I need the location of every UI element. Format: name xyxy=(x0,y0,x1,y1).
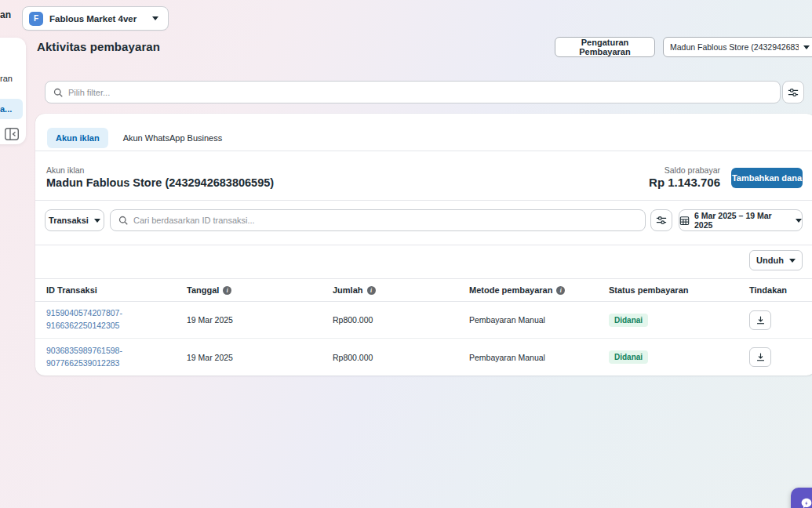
search-icon xyxy=(118,216,128,225)
download-receipt-button[interactable] xyxy=(749,347,771,367)
sliders-icon xyxy=(656,215,667,226)
transaction-id-link[interactable]: 9077662539012283 xyxy=(46,357,187,370)
billing-activity-screen: an F Fablous Market 4ver ran a... Aktivi… xyxy=(0,0,812,508)
transaction-action-cell xyxy=(749,310,812,330)
transaction-action-cell xyxy=(749,347,812,367)
account-selector-value: Madun Fablous Store (2432942683806... xyxy=(670,42,799,52)
download-button[interactable]: Unduh xyxy=(749,250,803,270)
toolbar-divider xyxy=(35,245,812,245)
column-header-method-label: Metode pembayaran xyxy=(469,285,552,295)
status-badge: Didanai xyxy=(609,350,648,364)
chevron-down-icon xyxy=(152,16,158,20)
transaction-status-cell: Didanai xyxy=(609,314,749,327)
info-icon[interactable]: i xyxy=(556,286,565,295)
transaction-id-cell: 9159040574207807- 9166362250142305 xyxy=(46,307,187,332)
transaction-amount-cell: Rp800.000 xyxy=(333,315,469,325)
filter-search-box[interactable] xyxy=(45,81,781,103)
account-selector-dropdown[interactable]: Madun Fablous Store (2432942683806... xyxy=(663,37,812,57)
table-row: 9159040574207807- 9166362250142305 19 Ma… xyxy=(35,302,812,339)
filter-adjustments-button[interactable] xyxy=(782,81,804,103)
download-icon xyxy=(756,352,766,362)
chat-bubble-icon xyxy=(799,496,812,508)
date-range-picker[interactable]: 6 Mar 2025 – 19 Mar 2025 xyxy=(679,209,803,231)
transaction-date-cell: 19 Mar 2025 xyxy=(187,353,333,362)
sliders-icon xyxy=(788,87,799,98)
left-sidebar: ran a... xyxy=(0,38,26,144)
column-header-amount-label: Jumlah xyxy=(333,285,363,295)
payment-activity-card: Akun iklan Akun WhatsApp Business Akun i… xyxy=(35,114,812,376)
tab-akun-whatsapp-business[interactable]: Akun WhatsApp Business xyxy=(123,128,223,148)
column-header-date: Tanggal i xyxy=(187,285,333,295)
column-header-id-label: ID Transaksi xyxy=(46,285,97,295)
info-icon[interactable]: i xyxy=(367,286,376,295)
status-badge: Didanai xyxy=(609,314,648,327)
download-receipt-button[interactable] xyxy=(749,310,771,330)
chevron-down-icon xyxy=(789,259,796,263)
calendar-icon xyxy=(679,216,690,226)
info-icon[interactable]: i xyxy=(223,286,231,295)
payment-settings-button[interactable]: Pengaturan Pembayaran xyxy=(555,37,655,57)
column-header-action-label: Tindakan xyxy=(749,285,787,295)
transaction-search-box[interactable] xyxy=(110,209,646,231)
chevron-down-icon xyxy=(94,219,100,223)
sidebar-item-active[interactable]: a... xyxy=(0,99,23,119)
prepaid-balance-label: Saldo prabayar xyxy=(665,165,720,175)
download-button-label: Unduh xyxy=(756,256,784,265)
filter-search-input[interactable] xyxy=(68,82,772,103)
column-header-status: Status pembayaran xyxy=(609,285,749,295)
transaction-id-link[interactable]: 9036835989761598- xyxy=(46,345,187,357)
transaction-scope-value: Transaksi xyxy=(49,216,89,225)
transaction-method-cell: Pembayaran Manual xyxy=(469,353,609,362)
account-divider xyxy=(35,200,812,201)
column-header-status-label: Status pembayaran xyxy=(609,285,688,295)
transaction-date-cell: 19 Mar 2025 xyxy=(187,315,333,325)
column-header-date-label: Tanggal xyxy=(187,285,219,295)
transaction-id-link[interactable]: 9166362250142305 xyxy=(46,320,187,332)
add-funds-button[interactable]: Tambahkan dana xyxy=(731,168,803,188)
column-header-action: Tindakan xyxy=(749,285,812,295)
column-header-amount: Jumlah i xyxy=(333,285,469,295)
transactions-table-header: ID Transaksi Tanggal i Jumlah i Metode p… xyxy=(35,278,812,302)
transaction-scope-dropdown[interactable]: Transaksi xyxy=(45,209,104,231)
transaction-id-link[interactable]: 9159040574207807- xyxy=(46,307,187,320)
account-name: Madun Fablous Store (2432942683806595) xyxy=(46,176,274,189)
page-title: Aktivitas pembayaran xyxy=(37,40,160,53)
collapse-sidebar-icon[interactable] xyxy=(3,125,20,143)
prepaid-balance-value: Rp 1.143.706 xyxy=(649,176,720,189)
nav-text-fragment: an xyxy=(0,9,11,20)
support-chat-button[interactable] xyxy=(791,488,812,508)
account-type-tabs: Akun iklan Akun WhatsApp Business xyxy=(47,128,222,148)
column-header-id: ID Transaksi xyxy=(46,285,187,295)
transaction-method-cell: Pembayaran Manual xyxy=(469,315,609,325)
transaction-amount-cell: Rp800.000 xyxy=(333,353,469,362)
transaction-status-cell: Didanai xyxy=(609,350,749,364)
transaction-search-input[interactable] xyxy=(133,210,637,230)
download-icon xyxy=(756,315,766,325)
transaction-id-cell: 9036835989761598- 9077662539012283 xyxy=(46,345,187,370)
chevron-down-icon xyxy=(796,219,802,223)
transaction-adjustments-button[interactable] xyxy=(650,209,672,231)
tabs-divider xyxy=(35,151,812,151)
search-icon xyxy=(53,88,63,97)
tab-akun-iklan[interactable]: Akun iklan xyxy=(47,128,108,148)
sidebar-item-active-label: a... xyxy=(0,104,12,114)
table-row: 9036835989761598- 9077662539012283 19 Ma… xyxy=(35,339,812,376)
account-type-label: Akun iklan xyxy=(46,165,84,175)
business-name: Fablous Market 4ver xyxy=(49,14,137,24)
date-range-value: 6 Mar 2025 – 19 Mar 2025 xyxy=(694,211,791,230)
business-avatar: F xyxy=(29,12,43,26)
business-switcher[interactable]: F Fablous Market 4ver xyxy=(22,6,169,31)
sidebar-item-fragment[interactable]: ran xyxy=(0,74,13,83)
chevron-down-icon xyxy=(803,45,810,49)
column-header-method: Metode pembayaran i xyxy=(469,285,609,295)
